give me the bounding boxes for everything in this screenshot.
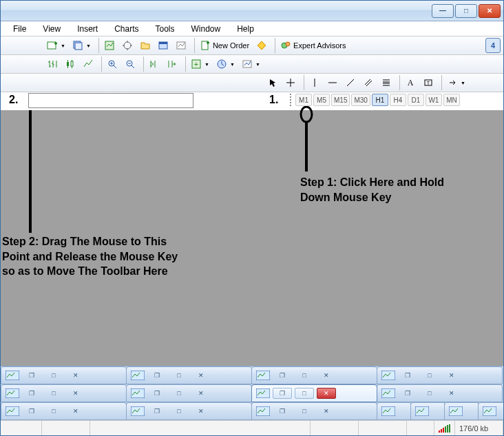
mdi-close-button[interactable]: ✕ bbox=[442, 388, 461, 399]
expert-advisors-button[interactable]: Expert Advisors bbox=[277, 38, 348, 53]
minimized-chart-tab[interactable]: ❐ □ ✕ bbox=[1, 384, 127, 402]
mdi-close-button[interactable]: ✕ bbox=[317, 370, 336, 381]
menu-view[interactable]: View bbox=[36, 23, 67, 35]
minimized-chart-tab[interactable]: ❐ □ ✕ bbox=[251, 366, 377, 384]
minimized-chart-tab[interactable]: ❐ □ ✕ bbox=[126, 384, 252, 402]
timeframe-m15[interactable]: M15 bbox=[331, 94, 350, 106]
window-close-button[interactable]: ✕ bbox=[479, 4, 501, 18]
connection-indicator[interactable] bbox=[434, 421, 455, 435]
timeframe-mn[interactable]: MN bbox=[443, 94, 460, 106]
data-window-button[interactable] bbox=[137, 38, 154, 53]
minimized-chart-tab[interactable] bbox=[410, 402, 445, 420]
metaquotes-button[interactable] bbox=[253, 38, 270, 53]
templates-button[interactable]: ▼ bbox=[239, 56, 263, 72]
minimized-chart-tab-active[interactable]: ❐ □ ✕ bbox=[251, 384, 377, 402]
chart-shift-button[interactable] bbox=[164, 56, 180, 72]
minimized-chart-tab[interactable]: ❐ □ ✕ bbox=[1, 366, 127, 384]
trendline-button[interactable] bbox=[342, 75, 359, 90]
new-order-button[interactable]: New Order bbox=[197, 38, 252, 53]
timeframe-h4[interactable]: H4 bbox=[390, 94, 406, 106]
mdi-restore-button[interactable]: ❐ bbox=[22, 370, 41, 381]
vertical-line-button[interactable] bbox=[306, 75, 323, 90]
mdi-restore-button[interactable]: ❐ bbox=[22, 406, 41, 417]
mdi-close-button[interactable]: ✕ bbox=[317, 388, 336, 399]
minimized-chart-tab[interactable]: ❐ □ ✕ bbox=[126, 366, 252, 384]
mdi-maximize-button[interactable]: □ bbox=[169, 370, 189, 381]
mdi-close-button[interactable]: ✕ bbox=[191, 406, 211, 417]
drop-target-box[interactable] bbox=[28, 93, 193, 108]
mdi-restore-button[interactable]: ❐ bbox=[398, 388, 417, 399]
mdi-maximize-button[interactable]: □ bbox=[44, 406, 63, 417]
timeframe-h1[interactable]: H1 bbox=[372, 94, 388, 106]
mdi-maximize-button[interactable]: □ bbox=[169, 406, 189, 417]
market-watch-button[interactable] bbox=[101, 38, 118, 53]
minimized-chart-tab[interactable] bbox=[444, 402, 479, 420]
indicators-button[interactable]: +▼ bbox=[188, 56, 212, 72]
mdi-maximize-button[interactable]: □ bbox=[295, 370, 314, 381]
mdi-restore-button[interactable]: ❐ bbox=[273, 406, 292, 417]
mdi-restore-button[interactable]: ❐ bbox=[147, 370, 167, 381]
minimized-chart-tab[interactable]: ❐ □ ✕ bbox=[377, 366, 503, 384]
mdi-maximize-button[interactable]: □ bbox=[44, 370, 63, 381]
line-chart-button[interactable] bbox=[80, 56, 96, 72]
mdi-restore-button[interactable]: ❐ bbox=[22, 388, 41, 399]
mdi-restore-button[interactable]: ❐ bbox=[398, 370, 417, 381]
menu-charts[interactable]: Charts bbox=[107, 23, 145, 35]
terminal-button[interactable] bbox=[155, 38, 171, 53]
zoom-in-button[interactable] bbox=[104, 56, 120, 72]
mdi-close-button[interactable]: ✕ bbox=[66, 406, 85, 417]
mdi-close-button[interactable]: ✕ bbox=[66, 388, 85, 399]
mdi-close-button[interactable]: ✕ bbox=[442, 370, 461, 381]
text-label-button[interactable]: T bbox=[420, 75, 437, 90]
mdi-maximize-button[interactable]: □ bbox=[420, 388, 439, 399]
fibonacci-button[interactable] bbox=[378, 75, 395, 90]
timeframe-w1[interactable]: W1 bbox=[426, 94, 442, 106]
minimized-chart-tab[interactable]: ❐ □ ✕ bbox=[377, 384, 503, 402]
window-maximize-button[interactable]: □ bbox=[455, 4, 477, 18]
menu-tools[interactable]: Tools bbox=[149, 23, 182, 35]
window-minimize-button[interactable]: — bbox=[432, 4, 454, 18]
cursor-button[interactable] bbox=[264, 75, 281, 90]
mdi-close-button[interactable]: ✕ bbox=[191, 370, 211, 381]
text-button[interactable]: A bbox=[402, 75, 419, 90]
minimized-chart-tab[interactable]: ❐ □ ✕ bbox=[1, 402, 127, 420]
auto-scroll-button[interactable] bbox=[146, 56, 162, 72]
mdi-close-button[interactable]: ✕ bbox=[317, 406, 336, 417]
periodicity-button[interactable]: ▼ bbox=[213, 56, 238, 72]
timeframe-m30[interactable]: M30 bbox=[351, 94, 370, 106]
mdi-close-button[interactable]: ✕ bbox=[66, 370, 85, 381]
mdi-maximize-button[interactable]: □ bbox=[44, 388, 63, 399]
strategy-tester-button[interactable] bbox=[173, 38, 189, 53]
timeframe-m1[interactable]: M1 bbox=[295, 94, 312, 106]
arrows-button[interactable]: ▼ bbox=[444, 75, 468, 90]
menu-help[interactable]: Help bbox=[230, 23, 261, 35]
bar-chart-button[interactable] bbox=[44, 56, 61, 72]
minimized-chart-tab[interactable] bbox=[478, 402, 504, 420]
timeframe-m5[interactable]: M5 bbox=[313, 94, 330, 106]
mdi-restore-button[interactable]: ❐ bbox=[273, 370, 292, 381]
navigator-button[interactable] bbox=[119, 38, 136, 53]
connection-status-button[interactable]: 4 bbox=[485, 38, 501, 53]
crosshair-button[interactable] bbox=[282, 75, 299, 90]
mdi-maximize-button[interactable]: □ bbox=[295, 388, 314, 399]
minimized-chart-tab[interactable] bbox=[377, 402, 411, 420]
timeframe-d1[interactable]: D1 bbox=[408, 94, 424, 106]
mdi-restore-button[interactable]: ❐ bbox=[273, 388, 292, 399]
equidistant-channel-button[interactable] bbox=[360, 75, 377, 90]
horizontal-line-button[interactable] bbox=[324, 75, 341, 90]
zoom-out-button[interactable] bbox=[122, 56, 138, 72]
menu-window[interactable]: Window bbox=[185, 23, 228, 35]
menu-file[interactable]: File bbox=[6, 23, 33, 35]
minimized-chart-tab[interactable]: ❐ □ ✕ bbox=[126, 402, 252, 420]
mdi-maximize-button[interactable]: □ bbox=[295, 406, 314, 417]
profiles-button[interactable]: ▼ bbox=[70, 38, 94, 53]
mdi-restore-button[interactable]: ❐ bbox=[147, 388, 167, 399]
minimized-chart-tab[interactable]: ❐ □ ✕ bbox=[251, 402, 377, 420]
mdi-maximize-button[interactable]: □ bbox=[169, 388, 189, 399]
mdi-restore-button[interactable]: ❐ bbox=[147, 406, 167, 417]
toolbar-grip[interactable] bbox=[290, 94, 294, 106]
menu-insert[interactable]: Insert bbox=[70, 23, 105, 35]
candlestick-button[interactable] bbox=[62, 56, 78, 72]
new-chart-button[interactable]: ▼ bbox=[44, 38, 68, 53]
mdi-close-button[interactable]: ✕ bbox=[191, 388, 211, 399]
